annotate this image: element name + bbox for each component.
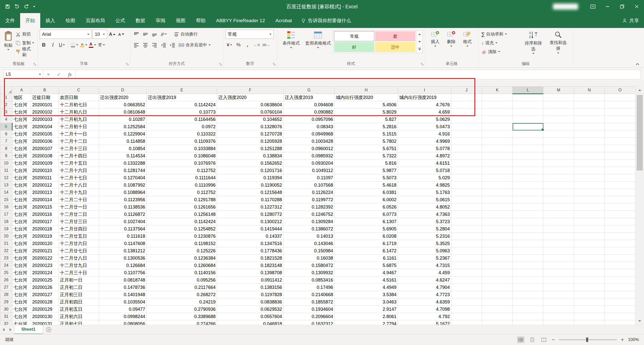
cell[interactable]: 6.0773 [335,211,398,218]
cell[interactable] [543,167,574,174]
cell[interactable]: 5.029 [398,174,451,182]
cell[interactable]: 20200113 [31,189,59,196]
cell[interactable]: 正月初三日 [59,291,99,298]
cell[interactable] [482,262,513,269]
fill-color-button[interactable] [79,41,87,49]
cell[interactable]: 七台河 [12,101,31,109]
cell[interactable]: 20200130 [31,313,59,320]
cell[interactable]: 七台河 [12,320,31,325]
cell[interactable] [605,145,635,152]
cell[interactable] [451,306,482,313]
cell[interactable]: 0.24219 [147,298,217,306]
cell[interactable] [451,174,482,182]
cell[interactable]: 0.125226 [147,247,217,255]
new-sheet-button[interactable] [46,327,52,333]
cell[interactable] [543,218,574,225]
cell[interactable]: 正月初四日 [59,298,99,306]
cell[interactable]: 4.792 [398,313,451,320]
cell[interactable] [605,247,635,255]
formula-input[interactable] [75,70,640,79]
cell[interactable]: 0.1632312 [284,320,335,325]
cell[interactable] [451,262,482,269]
cell[interactable]: 4.9467 [335,269,398,277]
share-button[interactable]: 共享 [622,13,639,28]
font-name-combobox[interactable]: Arial [40,30,92,39]
cell[interactable] [605,174,635,182]
cell[interactable] [451,277,482,284]
cell[interactable]: 0.111618 [99,233,147,240]
column-header-A[interactable]: A [12,87,31,94]
row-header-3[interactable]: 3 [0,109,12,116]
cell[interactable]: 十二月十四日 [59,152,99,160]
row-header-19[interactable]: 19 [0,225,12,233]
cell[interactable]: 5.6751 [335,145,398,152]
cell[interactable] [574,240,605,247]
styles-dialog-launcher-icon[interactable] [421,63,424,66]
cell[interactable] [513,167,543,174]
cell[interactable] [605,225,635,233]
align-left-icon[interactable] [132,41,140,49]
cell[interactable] [482,167,513,174]
column-header-E[interactable]: E [147,87,217,94]
cell[interactable] [543,247,574,255]
cell[interactable] [482,189,513,196]
cell[interactable]: 2.8061 [335,313,398,320]
cell[interactable] [574,174,605,182]
cell[interactable]: 0.1309284 [284,218,335,225]
cell[interactable]: 七台河 [12,225,31,233]
cell[interactable]: 5.4506 [335,101,398,109]
cell[interactable] [574,152,605,160]
cell[interactable] [451,320,482,325]
cell[interactable] [605,269,635,277]
cell[interactable]: 5.1763 [398,189,451,196]
cell[interactable] [482,211,513,218]
cell[interactable]: 0.1229904 [99,130,147,138]
cell[interactable]: 0.1270728 [217,130,284,138]
zoom-out-button[interactable]: − [552,337,555,342]
cell[interactable] [605,277,635,284]
increase-decimal-button[interactable]: ←.0 [253,41,261,49]
cell[interactable]: 20200103 [31,116,59,123]
cell[interactable]: 0.1282392 [284,203,335,211]
cell[interactable]: 0.1778436 [217,247,284,255]
cell[interactable]: 0.1142424 [147,101,217,109]
cell[interactable]: 5.6875 [335,262,398,269]
cell[interactable]: 0.0949968 [284,130,335,138]
cell[interactable] [513,240,543,247]
cell[interactable]: 2.9147 [335,306,398,313]
cell[interactable]: 5.1515 [335,130,398,138]
cell[interactable]: 十二月廿二日 [59,211,99,218]
gallery-up-icon[interactable] [416,30,423,38]
cell[interactable]: 0.1076976 [147,160,217,167]
tab-data[interactable]: 数据 [130,13,150,28]
cell[interactable] [605,211,635,218]
row-header-29[interactable]: 29 [0,298,12,306]
cell[interactable] [574,167,605,174]
collapse-ribbon-icon[interactable] [635,63,639,65]
cell[interactable]: 20200128 [31,298,59,306]
cell[interactable]: 5.0615 [398,196,451,203]
cell[interactable]: 七台河 [12,145,31,152]
align-middle-icon[interactable] [141,30,149,38]
cell[interactable] [451,152,482,160]
cell[interactable]: 20200104 [31,123,59,130]
cell[interactable] [605,313,635,320]
cell[interactable]: 4.6247 [398,277,451,284]
cell[interactable]: 0.0960012 [284,145,335,152]
cell[interactable] [605,233,635,240]
cell[interactable]: 0.107568 [284,182,335,189]
cell[interactable]: 0.143046 [284,240,335,247]
cell[interactable] [482,291,513,298]
zoom-level[interactable]: 100% [628,337,639,342]
cell[interactable]: 0.1398708 [217,269,284,277]
cell[interactable] [543,320,574,325]
cell[interactable] [574,123,605,130]
sheet-nav-left-icon[interactable] [0,328,7,331]
cell[interactable] [513,130,543,138]
increase-font-size-button[interactable]: A [108,30,116,38]
cell[interactable] [574,269,605,277]
row-header-16[interactable]: 16 [0,203,12,211]
row-header-10[interactable]: 10 [0,160,12,167]
cell[interactable]: 十二月廿三日 [59,218,99,225]
cell[interactable]: 0.1281744 [99,167,147,174]
